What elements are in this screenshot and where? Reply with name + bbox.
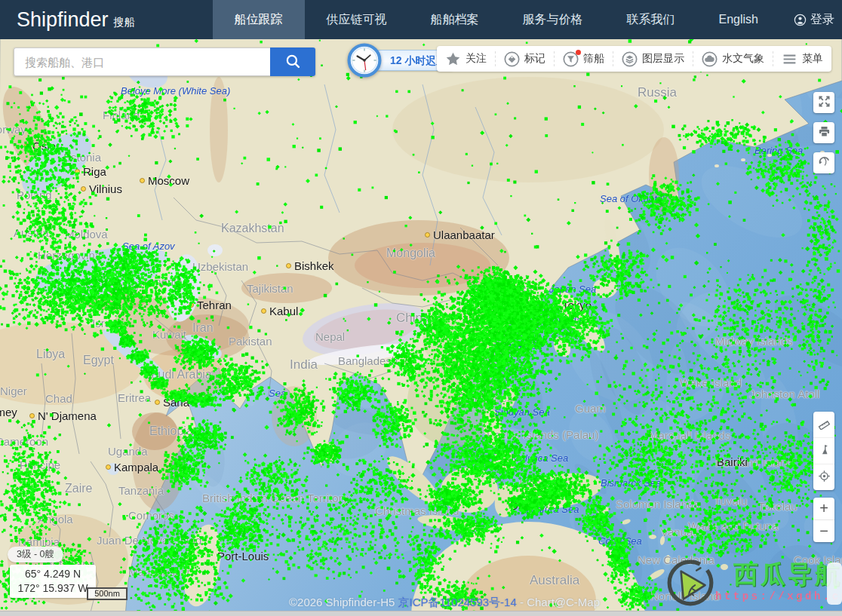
logo-subtext: 搜船 xyxy=(114,16,135,29)
zoom-in-button[interactable]: + xyxy=(813,498,834,519)
coordinate-lat: 65° 4.249 N xyxy=(14,567,91,581)
locate-icon xyxy=(818,470,831,486)
action-star[interactable]: 关注 xyxy=(437,51,495,66)
map-canvas[interactable] xyxy=(0,39,842,616)
ruler-icon xyxy=(818,417,831,433)
search-icon xyxy=(284,53,301,72)
zoom-out-button[interactable]: − xyxy=(813,519,834,542)
nav-item-label: 供应链可视 xyxy=(327,12,387,28)
icp-link[interactable]: 京ICP备11024593号-14 xyxy=(398,596,516,608)
action-label: 标记 xyxy=(524,52,545,66)
distance-marker-icon xyxy=(818,443,831,459)
action-layers[interactable]: 图层显示 xyxy=(613,51,693,66)
map-scale-bar: 500nm xyxy=(87,587,128,600)
distance-button[interactable] xyxy=(813,437,834,464)
clock-icon xyxy=(347,43,382,78)
zoom-control: + − xyxy=(813,498,834,542)
app-logo[interactable]: Shipfinder 搜船 xyxy=(0,0,213,39)
action-label: 菜单 xyxy=(802,52,823,66)
measure-button[interactable] xyxy=(813,412,834,437)
map-tools-group xyxy=(813,412,834,490)
watermark-url: https://xgdh.cn xyxy=(715,590,842,602)
nav-item-3[interactable]: 船舶档案 xyxy=(409,0,501,39)
globe-icon xyxy=(818,155,831,171)
nav-item-label: 服务与价格 xyxy=(523,12,583,28)
print-icon xyxy=(818,125,831,141)
watermelon-nav-logo-icon xyxy=(665,558,715,608)
menu-icon xyxy=(782,51,797,67)
watermark: 西瓜导航 https://xgdh.cn xyxy=(655,549,842,612)
globe-button[interactable] xyxy=(813,152,834,173)
map-action-bar: 关注标记筛船图层显示水文气象菜单 xyxy=(437,46,831,72)
copyright-text: ©2026 Shipfinder-H5 xyxy=(289,596,395,608)
tag-icon xyxy=(504,51,520,67)
nav-item-7[interactable]: 登录 xyxy=(780,0,842,39)
action-weather[interactable]: 水文气象 xyxy=(693,51,773,66)
nav-item-label: 联系我们 xyxy=(627,12,675,28)
nav-item-2[interactable]: 供应链可视 xyxy=(305,0,409,39)
nav-item-4[interactable]: 服务与价格 xyxy=(501,0,605,39)
status-badge: 3级 - 0艘 xyxy=(8,547,63,562)
coordinates-box: 65° 4.249 N 172° 15.937 W xyxy=(10,565,96,598)
locate-button[interactable] xyxy=(813,464,834,490)
action-label: 关注 xyxy=(466,52,487,66)
search-button[interactable] xyxy=(270,48,315,76)
search-input[interactable] xyxy=(14,48,270,76)
action-filter[interactable]: 筛船 xyxy=(554,51,613,66)
notification-dot xyxy=(576,50,581,55)
nav-item-label: 登录 xyxy=(810,12,834,28)
fullscreen-button[interactable] xyxy=(813,92,834,113)
print-button[interactable] xyxy=(813,122,834,143)
nav-item-6[interactable]: English xyxy=(697,0,780,39)
fullscreen-icon xyxy=(818,95,831,111)
action-label: 水文气象 xyxy=(722,52,764,66)
filter-icon xyxy=(563,51,579,67)
nav-item-label: English xyxy=(719,13,758,26)
logo-text: Shipfinder xyxy=(17,8,109,32)
action-tag[interactable]: 标记 xyxy=(495,51,554,66)
action-menu[interactable]: 菜单 xyxy=(773,51,831,66)
action-label: 筛船 xyxy=(583,52,604,66)
bottom-scroll-strip[interactable] xyxy=(0,611,842,616)
coordinate-lon: 172° 15.937 W xyxy=(14,581,91,596)
nav-item-label: 船舶档案 xyxy=(431,12,479,28)
weather-icon xyxy=(702,51,718,67)
star-icon xyxy=(445,51,461,67)
main-nav: 船位跟踪供应链可视船舶档案服务与价格联系我们English登录 xyxy=(213,0,842,39)
nav-item-5[interactable]: 联系我们 xyxy=(605,0,697,39)
watermark-box xyxy=(827,562,842,605)
search-bar xyxy=(14,48,315,76)
layers-icon xyxy=(622,51,638,67)
chart-attribution: - Chart@C-Map xyxy=(520,596,600,608)
map-copyright: ©2026 Shipfinder-H5 京ICP备11024593号-14 - … xyxy=(289,596,600,610)
watermark-title: 西瓜导航 xyxy=(733,558,842,592)
nav-item-label: 船位跟踪 xyxy=(235,12,283,28)
nav-item-1[interactable]: 船位跟踪 xyxy=(213,0,305,39)
top-navbar: Shipfinder 搜船 船位跟踪供应链可视船舶档案服务与价格联系我们Engl… xyxy=(0,0,842,39)
action-label: 图层显示 xyxy=(642,52,684,66)
user-icon xyxy=(794,14,807,26)
